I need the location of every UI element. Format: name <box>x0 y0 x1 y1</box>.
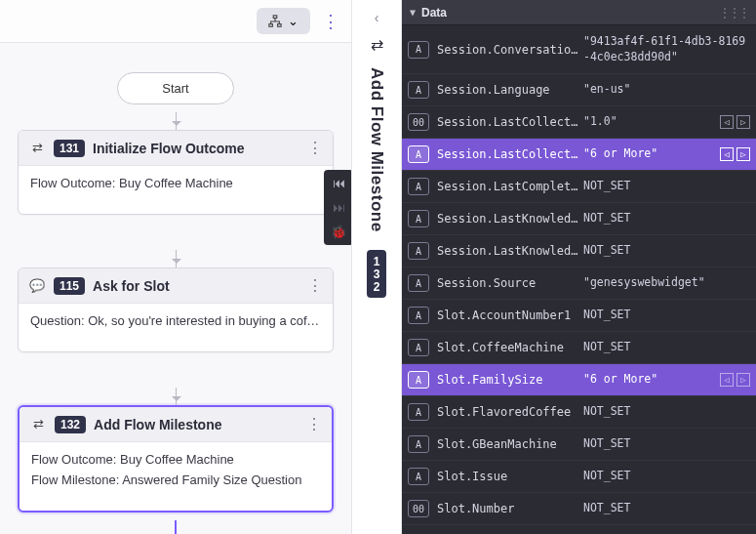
variable-row[interactable]: ASlot.AccountNumber1NOT_SET <box>402 300 756 332</box>
variable-name: Session.LastCollectionU… <box>437 147 583 161</box>
svg-rect-0 <box>273 15 277 18</box>
flow-node-body: Question: Ok, so you're interested in bu… <box>19 304 333 351</box>
data-panel-header[interactable]: ▼ Data ⋮⋮⋮ <box>402 0 756 25</box>
variable-name: Session.LastKnowledgeQu… <box>437 244 583 258</box>
node-property-line: Flow Outcome: Buy Coffee Machine <box>30 176 321 190</box>
type-badge: A <box>408 145 429 163</box>
node-property-line: Flow Outcome: Buy Coffee Machine <box>31 452 320 467</box>
next-value-button[interactable]: ▷ <box>736 147 750 161</box>
type-badge: A <box>408 210 429 227</box>
variable-row[interactable]: 00Slot.NumberNOT_SET <box>402 493 756 525</box>
variable-value: NOT_SET <box>583 469 750 484</box>
type-badge: A <box>408 274 429 292</box>
node-title: Add Flow Milestone <box>94 417 221 432</box>
collapse-left-icon[interactable]: ‹ <box>375 10 379 25</box>
data-panel-title: Data <box>421 6 447 20</box>
data-variable-list: ASession.ConversationId"9413af4f-61f1-4d… <box>402 25 756 534</box>
variable-name: Slot.AccountNumber1 <box>437 308 583 322</box>
type-badge: 00 <box>408 113 429 131</box>
variable-row[interactable]: ASlot.IssueNOT_SET <box>402 461 756 493</box>
inspector-collapsed-pane: ‹ ⇄ Add Flow Milestone 132 <box>351 0 402 534</box>
node-number-badge: 131 <box>54 140 85 157</box>
variable-value: NOT_SET <box>583 501 750 516</box>
variable-value: "en-us" <box>583 82 750 98</box>
variable-row[interactable]: ASession.LastKnowledgeAn…NOT_SET <box>402 203 756 235</box>
variable-row[interactable]: ASession.LastCompletedIn…NOT_SET <box>402 171 756 203</box>
flow-arrow <box>176 250 177 267</box>
value-nav: ◁▷ <box>720 115 750 129</box>
canvas-toolbar: ⌄ ⋮ <box>0 0 351 43</box>
type-badge: A <box>408 242 429 260</box>
type-badge: A <box>408 81 429 99</box>
variable-name: Slot.GBeanMachine <box>437 437 583 451</box>
disclosure-triangle-icon[interactable]: ▼ <box>410 7 416 18</box>
prev-value-button[interactable]: ◁ <box>720 373 734 387</box>
node-number-badge: 115 <box>54 277 85 295</box>
type-badge: 00 <box>408 500 429 517</box>
tree-icon <box>268 15 282 28</box>
bug-icon[interactable]: 🐞 <box>331 225 346 239</box>
value-nav: ◁▷ <box>720 147 750 161</box>
flow-node-header: 💬 115 Ask for Slot ⋮ <box>19 268 333 304</box>
variable-row[interactable]: 00Session.LastCollectionC…"1.0"◁▷ <box>402 106 756 139</box>
variable-name: Session.Language <box>437 83 583 97</box>
node-number-badge: 132 <box>55 416 86 433</box>
variable-value: "9413af4f-61f1-4db3-8169-4c0ec38dd90d" <box>583 34 750 64</box>
variable-row[interactable]: ASession.Source"genesyswebwidget" <box>402 267 756 300</box>
variable-value: NOT_SET <box>583 404 750 420</box>
variable-name: Session.ConversationId <box>437 43 583 57</box>
flow-node[interactable]: ⇄ 131 Initialize Flow Outcome ⋮Flow Outc… <box>18 130 334 215</box>
value-nav: ◁▷ <box>720 373 750 387</box>
variable-row[interactable]: ASession.Language"en-us" <box>402 74 756 106</box>
canvas-more-button[interactable]: ⋮ <box>318 7 343 36</box>
node-title: Ask for Slot <box>93 278 170 294</box>
flow-arrow <box>176 112 177 130</box>
next-value-button[interactable]: ▷ <box>736 373 750 387</box>
type-badge: A <box>408 468 429 485</box>
shuffle-icon: ⇄ <box>29 417 47 431</box>
node-menu-button[interactable]: ⋮ <box>306 415 322 433</box>
flow-node[interactable]: 💬 115 Ask for Slot ⋮Question: Ok, so you… <box>18 267 334 352</box>
variable-name: Session.LastCollectionC… <box>437 115 583 129</box>
selected-node-badge: 132 <box>367 250 386 298</box>
node-menu-button[interactable]: ⋮ <box>307 139 323 157</box>
type-badge: A <box>408 307 429 324</box>
variable-value: "6 or More" <box>583 372 716 388</box>
chevron-down-icon: ⌄ <box>288 14 298 28</box>
flow-node-header: ⇄ 131 Initialize Flow Outcome ⋮ <box>19 131 333 166</box>
node-title: Initialize Flow Outcome <box>93 141 245 156</box>
flow-arrow-active <box>175 520 177 534</box>
prev-value-button[interactable]: ◁ <box>720 115 734 129</box>
variable-row[interactable]: ASession.LastCollectionU…"6 or More"◁▷ <box>402 139 756 171</box>
step-back-icon[interactable]: ⏮ <box>333 176 345 190</box>
variable-row[interactable]: ASlot.CoffeeMachineNOT_SET <box>402 332 756 364</box>
variable-name: Slot.CoffeeMachine <box>437 341 583 354</box>
type-badge: A <box>408 178 429 195</box>
flow-canvas[interactable]: Start ⇄ 131 Initialize Flow Outcome ⋮Flo… <box>0 43 351 534</box>
node-property-line: Flow Milestone: Answered Family Size Que… <box>31 472 320 487</box>
variable-row[interactable]: ASession.LastKnowledgeQu…NOT_SET <box>402 235 756 267</box>
shuffle-icon: ⇄ <box>28 141 46 155</box>
variable-row[interactable]: ASlot.GBeanMachineNOT_SET <box>402 429 756 461</box>
variable-row[interactable]: ASession.ConversationId"9413af4f-61f1-4d… <box>402 25 756 74</box>
variable-value: NOT_SET <box>583 243 750 259</box>
variable-name: Session.LastCompletedIn… <box>437 180 583 193</box>
variable-value: "6 or More" <box>583 146 716 162</box>
flow-node[interactable]: ⇄ 132 Add Flow Milestone ⋮Flow Outcome: … <box>18 405 334 513</box>
drag-grip-icon[interactable]: ⋮⋮⋮ <box>719 6 748 20</box>
next-value-button[interactable]: ▷ <box>736 115 750 129</box>
step-forward-icon[interactable]: ⏭ <box>333 200 345 215</box>
type-badge: A <box>408 371 429 389</box>
data-panel: ▼ Data ⋮⋮⋮ ASession.ConversationId"9413a… <box>402 0 756 534</box>
variable-name: Session.Source <box>437 276 583 290</box>
start-node[interactable]: Start <box>117 72 234 104</box>
node-menu-button[interactable]: ⋮ <box>307 276 323 295</box>
flow-node-body: Flow Outcome: Buy Coffee Machine <box>19 166 333 214</box>
view-mode-dropdown[interactable]: ⌄ <box>257 8 310 34</box>
prev-value-button[interactable]: ◁ <box>720 147 734 161</box>
shuffle-icon: ⇄ <box>371 35 383 54</box>
variable-row[interactable]: ASlot.FamilySize"6 or More"◁▷ <box>402 364 756 396</box>
variable-value: NOT_SET <box>583 211 750 226</box>
variable-row[interactable]: ASlot.FlavoredCoffeeNOT_SET <box>402 396 756 429</box>
flow-canvas-pane: ⌄ ⋮ Start ⇄ 131 Initialize Flow Outcome … <box>0 0 351 534</box>
